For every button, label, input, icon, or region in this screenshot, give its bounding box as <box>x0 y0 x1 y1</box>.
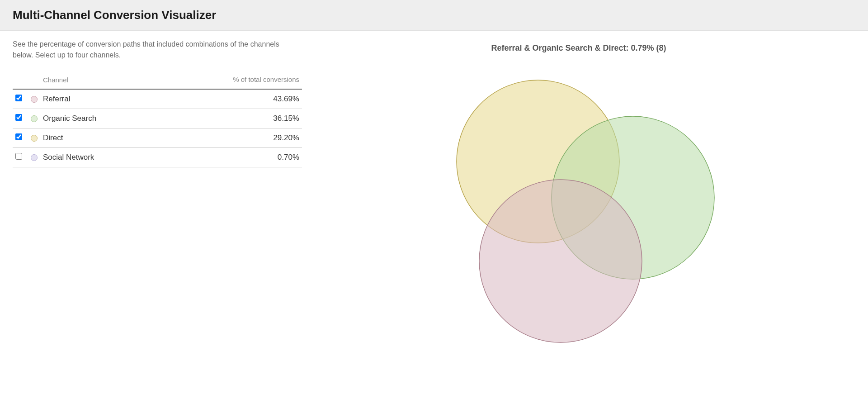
description-text: See the percentage of conversion paths t… <box>13 39 293 61</box>
channel-checkbox[interactable] <box>15 114 22 121</box>
table-header-channel: Channel <box>40 72 158 89</box>
channel-swatch-icon <box>31 154 38 161</box>
channel-name: Social Network <box>40 147 158 167</box>
table-header-blank-swatch <box>28 72 40 89</box>
left-column: See the percentage of conversion paths t… <box>13 39 302 347</box>
channel-percent: 0.70% <box>158 147 302 167</box>
channel-percent: 43.69% <box>158 89 302 109</box>
channel-swatch-icon <box>31 135 38 142</box>
table-row: Referral43.69% <box>13 89 302 109</box>
channel-name: Organic Search <box>40 109 158 128</box>
table-row: Social Network0.70% <box>13 147 302 167</box>
channel-name: Direct <box>40 128 158 147</box>
channel-swatch-icon <box>31 96 38 103</box>
table-row: Direct29.20% <box>13 128 302 147</box>
table-row: Organic Search36.15% <box>13 109 302 128</box>
table-header-blank-checkbox <box>13 72 28 89</box>
channel-swatch-icon <box>31 115 38 122</box>
channel-checkbox[interactable] <box>15 133 22 140</box>
channel-name: Referral <box>40 89 158 109</box>
channel-table: Channel % of total conversions Referral4… <box>13 72 302 167</box>
venn-circle-referral[interactable] <box>479 180 642 342</box>
channel-percent: 29.20% <box>158 128 302 147</box>
table-header-percent: % of total conversions <box>158 72 302 89</box>
venn-diagram <box>439 66 719 347</box>
page-title: Multi-Channel Conversion Visualizer <box>13 8 855 22</box>
venn-caption: Referral & Organic Search & Direct: 0.79… <box>491 43 666 53</box>
channel-percent: 36.15% <box>158 109 302 128</box>
right-column: Referral & Organic Search & Direct: 0.79… <box>302 39 855 347</box>
channel-checkbox[interactable] <box>15 153 22 160</box>
header-bar: Multi-Channel Conversion Visualizer <box>0 0 868 31</box>
channel-checkbox[interactable] <box>15 95 22 101</box>
main-content: See the percentage of conversion paths t… <box>0 31 868 355</box>
